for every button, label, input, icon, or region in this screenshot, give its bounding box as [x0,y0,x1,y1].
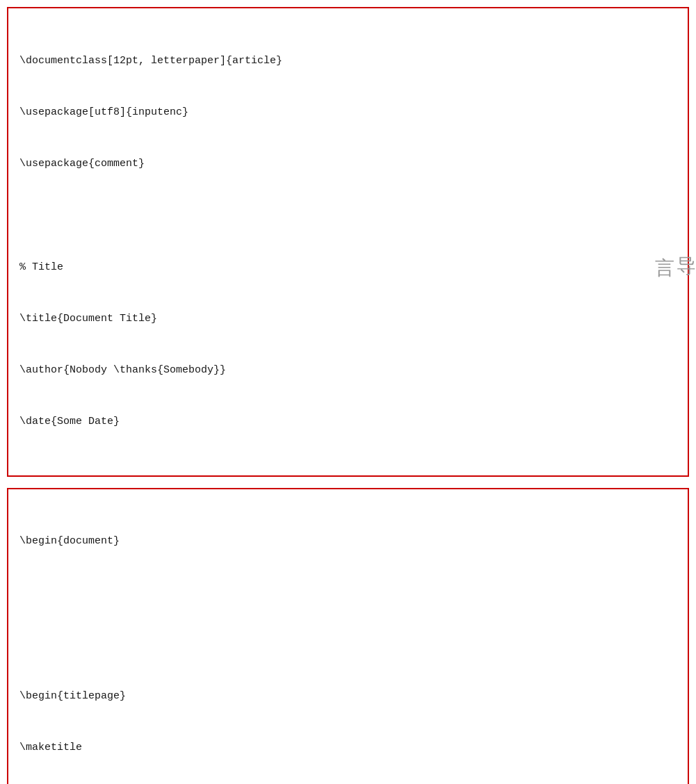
document-code-box: \begin{document} \begin{titlepage} \make… [7,488,689,785]
preamble-section: \documentclass[12pt, letterpaper]{articl… [7,7,689,477]
code-line: \usepackage[utf8]{inputenc} [19,104,677,122]
code-line: \maketitle [19,740,677,757]
code-line [19,585,677,602]
code-line: \usepackage{comment} [19,156,677,173]
code-line [19,637,677,654]
code-line: \begin{titlepage} [19,688,677,705]
code-line: \title{Document Title} [19,311,677,328]
code-line: \date{Some Date} [19,414,677,431]
preamble-code-box: \documentclass[12pt, letterpaper]{articl… [7,7,689,477]
code-line: \author{Nobody \thanks{Somebody}} [19,362,677,379]
code-line: % Title [19,259,677,277]
document-section: \begin{document} \begin{titlepage} \make… [7,488,689,785]
code-line [19,207,677,224]
code-line: \begin{document} [19,533,677,550]
code-line: \documentclass[12pt, letterpaper]{articl… [19,53,677,70]
